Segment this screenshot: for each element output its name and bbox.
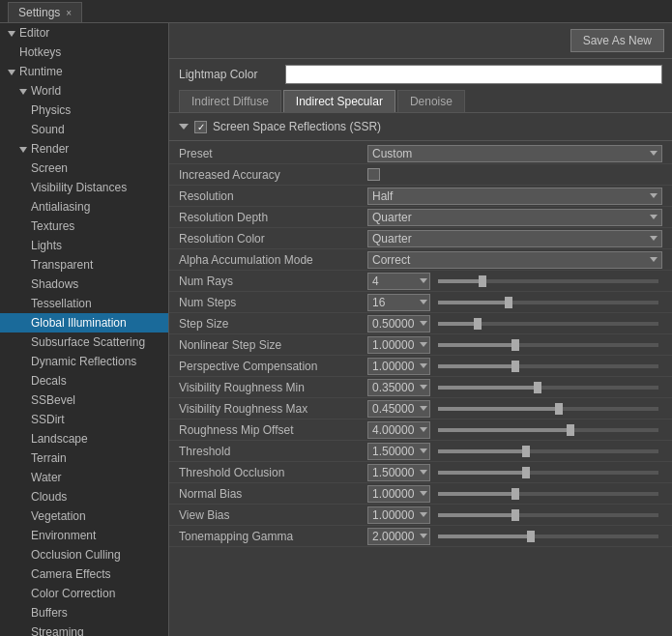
num-input-threshold[interactable]: 1.50000 (367, 443, 430, 460)
sidebar-item-antialiasing[interactable]: Antialiasing (0, 197, 168, 217)
slider-track-step-size[interactable] (438, 322, 658, 326)
sidebar-item-camera-effects[interactable]: Camera Effects (0, 564, 168, 584)
sidebar-item-color-correction[interactable]: Color Correction (0, 584, 168, 603)
num-input-tonemapping-gamma[interactable]: 2.00000 (367, 528, 430, 545)
slider-thumb-nonlinear-step[interactable] (511, 339, 519, 351)
slider-track-num-rays[interactable] (438, 279, 658, 283)
prop-value-normal-bias: 1.00000 (367, 485, 662, 503)
sidebar-item-physics[interactable]: Physics (0, 101, 168, 120)
slider-fill-tonemapping-gamma (438, 535, 531, 538)
num-input-normal-bias[interactable]: 1.00000 (367, 485, 430, 503)
num-input-num-rays[interactable]: 4 (367, 273, 430, 290)
slider-thumb-view-bias[interactable] (511, 509, 519, 521)
sidebar-item-textures[interactable]: Textures (0, 217, 168, 236)
slider-thumb-normal-bias[interactable] (511, 488, 519, 500)
slider-thumb-threshold[interactable] (522, 446, 530, 457)
slider-thumb-roughness-mip[interactable] (567, 424, 574, 436)
tabs-bar: Indirect DiffuseIndirect SpecularDenoise (169, 90, 672, 113)
sidebar-item-lights[interactable]: Lights (0, 236, 168, 255)
sidebar-item-streaming[interactable]: Streaming (0, 622, 168, 636)
slider-track-vis-rough-max[interactable] (438, 407, 658, 411)
sidebar-item-tessellation[interactable]: Tessellation (0, 294, 168, 313)
settings-tab[interactable]: Settings × (8, 2, 82, 22)
prop-label-preset: Preset (179, 147, 367, 160)
sidebar-item-landscape[interactable]: Landscape (0, 429, 168, 448)
prop-row-vis-rough-max: Visibility Roughness Max0.45000 (169, 398, 672, 419)
slider-track-view-bias[interactable] (438, 513, 658, 517)
sidebar-item-environment[interactable]: Environment (0, 526, 168, 545)
ssr-label: Screen Space Reflections (SSR) (213, 120, 381, 133)
slider-thumb-vis-rough-max[interactable] (555, 403, 563, 415)
ssr-collapse-arrow[interactable] (179, 124, 189, 130)
sidebar-item-buffers[interactable]: Buffers (0, 603, 168, 622)
slider-track-perspective-comp[interactable] (438, 364, 658, 368)
num-input-vis-rough-max[interactable]: 0.45000 (367, 400, 430, 418)
dropdown-alpha-accumulation[interactable]: Correct (367, 251, 662, 269)
slider-track-threshold[interactable] (438, 449, 658, 453)
slider-track-threshold-occlusion[interactable] (438, 471, 658, 475)
slider-track-normal-bias[interactable] (438, 492, 658, 496)
sidebar-item-vegetation[interactable]: Vegetation (0, 506, 168, 526)
sidebar-item-global-illumination[interactable]: Global Illumination (0, 313, 168, 332)
num-input-vis-rough-min[interactable]: 0.35000 (367, 379, 430, 396)
sidebar-item-render[interactable]: Render (0, 139, 168, 159)
sidebar-item-subsurface-scattering[interactable]: Subsurface Scattering (0, 332, 168, 352)
num-input-num-steps[interactable]: 16 (367, 294, 430, 311)
sidebar-item-sound[interactable]: Sound (0, 120, 168, 139)
tab-indirect-diffuse[interactable]: Indirect Diffuse (179, 90, 281, 112)
slider-fill-vis-rough-min (438, 386, 538, 390)
sidebar-item-transparent[interactable]: Transparent (0, 255, 168, 275)
sidebar-item-ssdirt[interactable]: SSDirt (0, 410, 168, 429)
tab-indirect-specular[interactable]: Indirect Specular (283, 90, 395, 112)
slider-track-num-steps[interactable] (438, 301, 658, 304)
num-input-view-bias[interactable]: 1.00000 (367, 506, 430, 524)
slider-thumb-num-steps[interactable] (505, 297, 512, 308)
num-input-threshold-occlusion[interactable]: 1.50000 (367, 464, 430, 481)
num-input-step-size[interactable]: 0.50000 (367, 315, 430, 332)
dropdown-resolution[interactable]: Half (367, 188, 662, 205)
slider-track-tonemapping-gamma[interactable] (438, 535, 658, 538)
prop-label-num-steps: Num Steps (179, 296, 367, 309)
close-icon[interactable]: × (66, 8, 72, 18)
prop-label-view-bias: View Bias (179, 508, 367, 522)
sidebar-item-shadows[interactable]: Shadows (0, 275, 168, 294)
ssr-enable-checkbox[interactable] (194, 121, 207, 133)
sidebar-item-editor[interactable]: Editor (0, 23, 168, 43)
num-input-nonlinear-step[interactable]: 1.00000 (367, 336, 430, 354)
sidebar-item-runtime[interactable]: Runtime (0, 62, 168, 81)
sidebar-item-clouds[interactable]: Clouds (0, 487, 168, 506)
slider-thumb-vis-rough-min[interactable] (534, 382, 541, 393)
slider-thumb-perspective-comp[interactable] (511, 361, 519, 372)
slider-track-roughness-mip[interactable] (438, 428, 658, 432)
sidebar-item-visibility-distances[interactable]: Visibility Distances (0, 178, 168, 197)
num-input-perspective-comp[interactable]: 1.00000 (367, 358, 430, 375)
sidebar-item-ssbevel[interactable]: SSBevel (0, 390, 168, 410)
sidebar-item-water[interactable]: Water (0, 468, 168, 487)
slider-thumb-num-rays[interactable] (479, 275, 486, 287)
sidebar-item-occlusion-culling[interactable]: Occlusion Culling (0, 545, 168, 564)
dropdown-preset[interactable]: Custom (367, 145, 662, 162)
dropdown-resolution-depth[interactable]: Quarter (367, 209, 662, 226)
tab-denoise[interactable]: Denoise (397, 90, 465, 112)
save-as-new-button[interactable]: Save As New (570, 29, 664, 52)
slider-track-nonlinear-step[interactable] (438, 343, 658, 347)
checkbox-increased-accuracy[interactable] (367, 168, 380, 181)
num-input-roughness-mip[interactable]: 4.00000 (367, 421, 430, 439)
sidebar-item-decals[interactable]: Decals (0, 371, 168, 390)
dropdown-resolution-color[interactable]: Quarter (367, 230, 662, 247)
sidebar-item-screen[interactable]: Screen (0, 159, 168, 178)
slider-thumb-step-size[interactable] (474, 318, 482, 330)
prop-row-increased-accuracy: Increased Accuracy (169, 164, 672, 186)
sidebar-label-landscape: Landscape (31, 432, 88, 446)
sidebar-item-dynamic-reflections[interactable]: Dynamic Reflections (0, 352, 168, 371)
sidebar-label-global-illumination: Global Illumination (31, 316, 127, 330)
slider-thumb-tonemapping-gamma[interactable] (527, 531, 535, 542)
slider-track-vis-rough-min[interactable] (438, 386, 658, 390)
sidebar-item-world[interactable]: World (0, 81, 168, 101)
num-arrow-vis-rough-max (420, 406, 427, 411)
lightmap-color-input[interactable] (285, 65, 662, 84)
sidebar-item-hotkeys[interactable]: Hotkeys (0, 43, 168, 62)
slider-thumb-threshold-occlusion[interactable] (522, 467, 530, 478)
sidebar-item-terrain[interactable]: Terrain (0, 448, 168, 468)
num-value-vis-rough-max: 0.45000 (372, 402, 414, 416)
